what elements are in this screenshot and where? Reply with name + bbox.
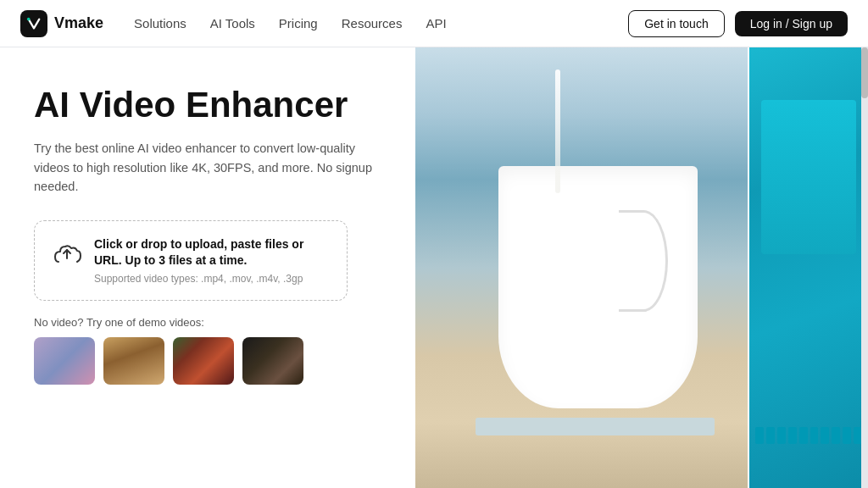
scrollbar[interactable] [861, 47, 868, 488]
nav-links: Solutions AI Tools Pricing Resources API [134, 16, 447, 30]
upload-area[interactable]: Click or drop to upload, paste files or … [34, 220, 348, 301]
nav-ai-tools[interactable]: AI Tools [210, 16, 255, 30]
hero-subtitle: Try the best online AI video enhancer to… [34, 139, 388, 196]
upload-icon [52, 238, 82, 272]
demo-thumb-flowers[interactable] [173, 337, 234, 385]
nav-api[interactable]: API [426, 16, 446, 30]
upload-sub-text: Supported video types: .mp4, .mov, .m4v,… [94, 273, 330, 285]
svg-point-0 [27, 17, 31, 20]
logo-icon [20, 10, 47, 37]
upload-text: Click or drop to upload, paste files or … [94, 236, 330, 285]
logo[interactable]: Vmake [20, 10, 103, 37]
demo-thumb-coffee[interactable] [242, 337, 303, 385]
nav-right: Get in touch Log in / Sign up [628, 10, 848, 37]
demo-thumb-face[interactable] [34, 337, 95, 385]
upload-main-text: Click or drop to upload, paste files or … [94, 236, 330, 269]
nav-pricing[interactable]: Pricing [279, 16, 318, 30]
nav-resources[interactable]: Resources [342, 16, 403, 30]
preview-image-left [415, 47, 748, 488]
navbar: Vmake Solutions AI Tools Pricing Resourc… [0, 0, 868, 47]
water-stream [555, 69, 560, 193]
login-signup-button[interactable]: Log in / Sign up [735, 11, 848, 36]
hero-title: AI Video Enhancer [34, 85, 388, 125]
scrollbar-thumb[interactable] [861, 47, 868, 98]
demo-thumb-car[interactable] [103, 337, 164, 385]
demo-label: No video? Try one of demo videos: [34, 316, 388, 329]
preview-container [415, 47, 868, 488]
get-in-touch-button[interactable]: Get in touch [628, 10, 725, 37]
nav-left: Vmake Solutions AI Tools Pricing Resourc… [20, 10, 447, 37]
preview-image-right [749, 47, 868, 488]
nav-solutions[interactable]: Solutions [134, 16, 186, 30]
right-panel [415, 47, 868, 488]
machine-ribs [755, 427, 862, 444]
brand-name: Vmake [54, 14, 103, 32]
left-panel: AI Video Enhancer Try the best online AI… [0, 47, 415, 488]
tray [476, 418, 715, 435]
demo-thumbnails [34, 337, 388, 385]
main-content: AI Video Enhancer Try the best online AI… [0, 47, 868, 488]
